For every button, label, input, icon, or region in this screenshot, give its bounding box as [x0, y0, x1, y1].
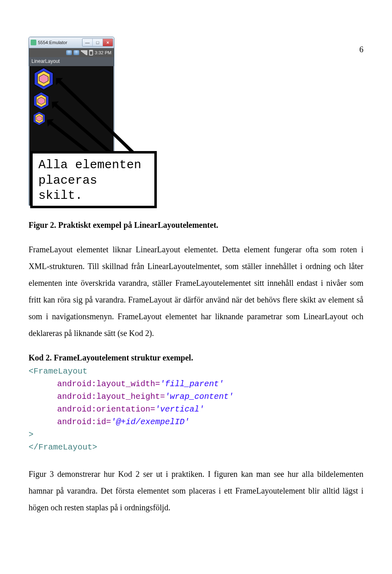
code-line: <FrameLayout [29, 367, 87, 376]
callout-box: Alla elementen placeras skilt. [30, 151, 157, 208]
code-value: 'vertical' [155, 405, 204, 414]
code-value: '@+id/exempelID' [111, 417, 189, 427]
code-line: > [29, 430, 33, 439]
code-attr: android:id [57, 417, 106, 427]
paragraph: Figur 3 demonstrerar hur Kod 2 ser ut i … [29, 466, 363, 516]
maximize-button[interactable]: □ [92, 39, 102, 46]
paragraph: FrameLayout elementet liknar LinearLayou… [29, 241, 363, 342]
android-icon [31, 40, 36, 45]
code-line: </FrameLayout> [29, 443, 97, 452]
code-value: 'fill_parent' [160, 379, 224, 389]
minimize-button[interactable]: — [82, 39, 92, 46]
status-bar: 3:32 PM [29, 48, 114, 57]
code-attr: android:layout_height [57, 392, 160, 401]
emulator-title: 5554:Emulator [38, 40, 82, 45]
sim-icon [66, 50, 72, 55]
close-button[interactable]: × [102, 39, 113, 46]
code-value: 'wrap_content' [165, 392, 234, 401]
hexagon-icon [32, 67, 56, 91]
page-number: 6 [359, 45, 363, 54]
battery-icon [89, 50, 93, 56]
signal-icon [81, 50, 87, 55]
code-attr: android:layout_width [57, 379, 155, 389]
code-attr: android:orientation [57, 405, 150, 414]
figure: 5554:Emulator — □ × 3:32 PM LinearLayout [29, 37, 363, 212]
hexagon-icon [32, 91, 51, 110]
clock: 3:32 PM [95, 50, 111, 55]
code-block: <FrameLayout android:layout_width='fill_… [29, 365, 363, 454]
app-title-bar: LinearLayout [29, 57, 114, 66]
network-icon [74, 50, 79, 55]
code-heading: Kod 2. FrameLayoutelement struktur exemp… [29, 353, 363, 363]
figure-caption: Figur 2. Praktiskt exempel på LinearLayo… [29, 220, 363, 230]
window-controls: — □ × [82, 38, 113, 47]
emulator-titlebar: 5554:Emulator — □ × [29, 37, 114, 48]
